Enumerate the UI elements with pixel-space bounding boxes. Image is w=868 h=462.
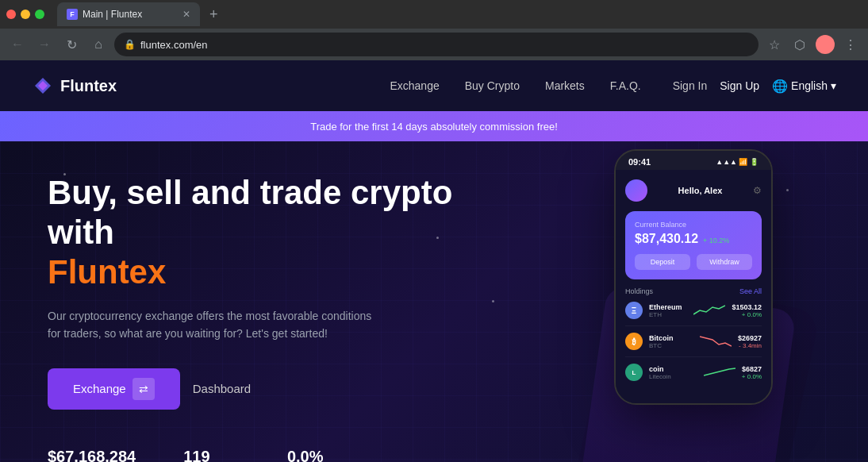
- btc-chart: [700, 333, 732, 349]
- btc-name: Bitcoin: [649, 334, 693, 342]
- new-tab-button[interactable]: +: [203, 6, 225, 23]
- nav-auth-buttons: Sign In Sign Up 🌐 English ▾: [673, 79, 836, 94]
- tab-close-icon[interactable]: ✕: [182, 9, 190, 20]
- asset-coin: L coin Litecoin $6827 + 0.0%: [625, 364, 762, 387]
- lang-flag: 🌐: [772, 79, 788, 94]
- coin-name: coin: [649, 365, 697, 373]
- phone-user-avatar: [625, 179, 647, 202]
- stat-fee: 0.0% Fee for first trades: [287, 448, 364, 462]
- eth-price: $1503.12 + 0.0%: [732, 303, 762, 318]
- address-bar[interactable]: 🔒 fluntex.com/en: [114, 33, 759, 56]
- holdings-header: Holdings See All: [625, 287, 762, 295]
- exchange-button-label: Exchange: [73, 382, 126, 395]
- phone-body: Hello, Alex ⚙ Current Balance $87,430.12…: [616, 170, 771, 403]
- nav-exchange[interactable]: Exchange: [390, 79, 439, 92]
- browser-titlebar: F Main | Fluntex ✕ +: [0, 0, 868, 29]
- eth-info: Ethereum ETH: [649, 303, 687, 318]
- browser-toolbar: ← → ↻ ⌂ 🔒 fluntex.com/en ☆ ⬡ ⋮: [0, 29, 868, 60]
- home-button[interactable]: ⌂: [87, 33, 109, 56]
- eth-icon: Ξ: [625, 302, 643, 319]
- signup-link[interactable]: Sign Up: [720, 79, 759, 92]
- nav-faq[interactable]: F.A.Q.: [610, 79, 641, 92]
- phone-holdings: Holdings See All Ξ Ethereum ETH: [625, 287, 762, 387]
- phone-greeting: Hello, Alex: [678, 186, 723, 195]
- dashboard-link[interactable]: Dashboard: [193, 382, 251, 395]
- hero-stats: $67,168,284 24-hr NetworkVolume 119 Spot…: [48, 448, 492, 462]
- logo-text: Fluntex: [60, 77, 117, 95]
- browser-tab[interactable]: F Main | Fluntex ✕: [57, 2, 200, 26]
- coin-chart: [704, 364, 735, 380]
- stat-markets-value: 119: [183, 448, 240, 462]
- secure-icon: 🔒: [124, 39, 136, 50]
- balance-label: Current Balance: [635, 221, 752, 229]
- window-controls: [6, 10, 44, 19]
- btc-info: Bitcoin BTC: [649, 334, 693, 349]
- hero-title: Buy, sell and trade crypto with Fluntex: [48, 173, 492, 291]
- bookmark-button[interactable]: ☆: [763, 33, 785, 56]
- btc-icon: ₿: [625, 333, 643, 350]
- stat-volume: $67,168,284 24-hr NetworkVolume: [48, 448, 136, 462]
- eth-name: Ethereum: [649, 303, 687, 311]
- settings-icon: ⚙: [753, 185, 762, 196]
- phone-app-header: Hello, Alex ⚙: [625, 179, 762, 202]
- hero-section: Buy, sell and trade crypto with Fluntex …: [0, 141, 868, 462]
- coin-price: $6827 + 0.0%: [742, 365, 762, 380]
- hero-content: Buy, sell and trade crypto with Fluntex …: [48, 173, 492, 462]
- lang-text: English: [791, 79, 828, 92]
- swap-icon: ⇄: [133, 378, 155, 400]
- window-maximize-btn[interactable]: [35, 10, 44, 19]
- signin-link[interactable]: Sign In: [673, 79, 708, 92]
- nav-buy-crypto[interactable]: Buy Crypto: [465, 79, 520, 92]
- balance-actions: Deposit Withdraw: [635, 254, 752, 270]
- browser-window: F Main | Fluntex ✕ + ← → ↻ ⌂ 🔒 fluntex.c…: [0, 0, 868, 60]
- exchange-button[interactable]: Exchange ⇄: [48, 368, 180, 410]
- back-button[interactable]: ←: [6, 33, 29, 56]
- phone-indicators: ▲▲▲ 📶 🔋: [716, 158, 759, 166]
- coin-icon: L: [625, 364, 643, 381]
- menu-button[interactable]: ⋮: [839, 33, 862, 56]
- see-all-link[interactable]: See All: [739, 287, 762, 295]
- forward-button[interactable]: →: [33, 33, 56, 56]
- phone-balance-card: Current Balance $87,430.12 + 10.2% Depos…: [625, 211, 762, 279]
- eth-sub: ETH: [649, 311, 687, 318]
- language-selector[interactable]: 🌐 English ▾: [772, 79, 836, 94]
- promo-banner: Trade for the first 14 days absolutely c…: [0, 111, 868, 141]
- coin-info: coin Litecoin: [649, 365, 697, 380]
- withdraw-button[interactable]: Withdraw: [697, 254, 752, 270]
- eth-chart: [693, 302, 725, 318]
- btc-price: $26927 - 3.4min: [738, 334, 762, 349]
- url-text: fluntex.com/en: [140, 39, 749, 51]
- browser-action-buttons: ☆ ⬡ ⋮: [763, 33, 862, 56]
- star-decoration: [492, 300, 494, 302]
- profile-button[interactable]: [814, 33, 836, 56]
- window-close-btn[interactable]: [6, 10, 16, 19]
- tab-favicon: F: [67, 9, 78, 20]
- window-minimize-btn[interactable]: [21, 10, 30, 19]
- holdings-title: Holdings: [625, 287, 653, 295]
- phone-mockup-container: 09:41 ▲▲▲ 📶 🔋 Hello, Alex ⚙ Current Bala…: [567, 149, 820, 462]
- phone-time: 09:41: [628, 157, 651, 167]
- tab-title: Main | Fluntex: [83, 9, 176, 20]
- stat-fee-value: 0.0%: [287, 448, 364, 462]
- deposit-button[interactable]: Deposit: [635, 254, 690, 270]
- extensions-button[interactable]: ⬡: [789, 33, 811, 56]
- nav-markets[interactable]: Markets: [545, 79, 585, 92]
- reload-button[interactable]: ↻: [60, 33, 83, 56]
- banner-text: Trade for the first 14 days absolutely c…: [310, 121, 558, 133]
- stat-volume-value: $67,168,284: [48, 448, 136, 462]
- site-navigation: Fluntex Exchange Buy Crypto Markets F.A.…: [0, 60, 868, 111]
- profile-avatar: [816, 35, 835, 54]
- hero-brand-name: Fluntex: [48, 253, 166, 291]
- nav-links: Exchange Buy Crypto Markets F.A.Q.: [390, 79, 640, 92]
- hero-title-text: Buy, sell and trade crypto with: [48, 174, 452, 251]
- asset-eth: Ξ Ethereum ETH $1503.12 + 0.0%: [625, 302, 762, 326]
- asset-btc: ₿ Bitcoin BTC $26927 - 3.4min: [625, 333, 762, 357]
- site-content: Fluntex Exchange Buy Crypto Markets F.A.…: [0, 60, 868, 462]
- stat-markets: 119 Spot Markets: [183, 448, 240, 462]
- balance-amount: $87,430.12: [635, 232, 698, 246]
- balance-change: + 10.2%: [703, 237, 729, 244]
- coin-sub: Litecoin: [649, 373, 697, 380]
- lang-chevron-icon: ▾: [831, 79, 836, 92]
- site-logo[interactable]: Fluntex: [32, 75, 117, 97]
- btc-sub: BTC: [649, 342, 693, 349]
